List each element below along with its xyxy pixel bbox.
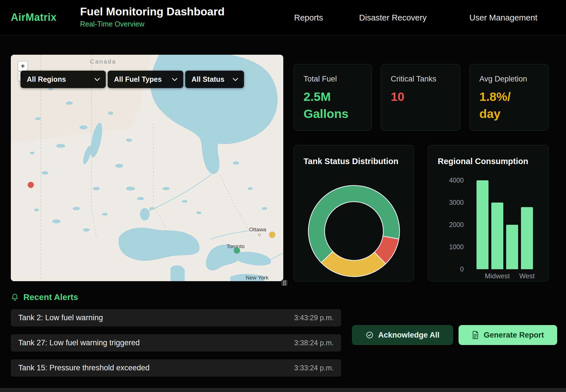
stat-value-line: day <box>479 105 539 122</box>
y-axis-tick: 0 <box>460 266 464 273</box>
donut-chart <box>306 183 402 279</box>
stat-card-avg-depletion: Avg Depletion 1.8%/ day <box>469 64 549 131</box>
document-icon <box>472 331 479 339</box>
bar-chart-y-axis: 01000200030004000 <box>428 180 464 269</box>
title-block: Fuel Monitoring Dashboard Real-Time Over… <box>80 5 225 28</box>
ottawa-town-dot <box>258 234 261 236</box>
stat-value: 2.5M Gallons <box>304 88 362 122</box>
brand-logo[interactable]: AirMatrix <box>11 11 57 23</box>
filter-fuel-types-dropdown[interactable]: All Fuel Types <box>108 71 183 88</box>
alert-row[interactable]: Tank 27: Low fuel warning triggered 3:38… <box>11 334 341 352</box>
filter-status-label: All Status <box>192 75 224 83</box>
acknowledge-all-button[interactable]: Acknowledge All <box>352 325 453 345</box>
bar-1 <box>491 203 503 269</box>
stat-value-line: 2.5M <box>304 88 362 105</box>
page-title: Fuel Monitoring Dashboard <box>80 5 225 18</box>
tank-status-distribution-card: Tank Status Distribution <box>294 145 414 281</box>
bell-icon <box>11 293 19 301</box>
filter-status-dropdown[interactable]: All Status <box>185 71 244 88</box>
filter-fuel-types-label: All Fuel Types <box>114 75 162 83</box>
map-label-ottawa: Ottawa <box>249 226 266 233</box>
stat-value: 10 <box>391 88 450 105</box>
alert-message: Tank 27: Low fuel warning triggered <box>18 338 140 347</box>
y-axis-tick: 1000 <box>449 243 464 251</box>
map-label-canada: Canada <box>90 58 116 65</box>
acknowledge-all-label: Acknowledge All <box>378 331 439 340</box>
stat-card-critical-tanks: Critical Tanks 10 <box>381 64 460 131</box>
recent-alerts-title: Recent Alerts <box>23 292 78 302</box>
chevron-down-icon <box>94 78 100 81</box>
stat-value: 1.8%/ day <box>479 88 539 122</box>
x-axis-label: West <box>519 272 535 280</box>
generate-report-label: Generate Report <box>484 331 544 340</box>
stat-card-total-fuel: Total Fuel 2.5M Gallons <box>294 64 372 131</box>
bar-0 <box>477 180 488 269</box>
x-axis-label: Midwest <box>485 272 510 280</box>
resize-handle[interactable] <box>281 280 288 286</box>
bar-chart-plot: MidwestWest <box>468 180 545 269</box>
nav-disaster-recovery[interactable]: Disaster Recovery <box>359 0 427 35</box>
regional-consumption-card: Regional Consumption 01000200030004000 M… <box>428 145 549 281</box>
map-label-new-york: New York <box>246 275 268 281</box>
chart-title: Regional Consumption <box>438 157 528 166</box>
alert-timestamp: 3:38:24 p.m. <box>294 339 334 347</box>
alert-row[interactable]: Tank 15: Pressure threshold exceeded 3:3… <box>11 359 341 377</box>
alert-message: Tank 2: Low fuel warning <box>18 313 103 322</box>
recent-alerts-heading: Recent Alerts <box>11 292 78 302</box>
chart-title: Tank Status Distribution <box>304 157 398 166</box>
nav-user-management[interactable]: User Management <box>469 0 538 35</box>
stat-label: Avg Depletion <box>479 75 539 83</box>
map-marker-critical[interactable] <box>28 182 34 188</box>
stat-label: Total Fuel <box>304 75 362 83</box>
bar-3 <box>521 207 533 269</box>
map-marker-normal[interactable] <box>234 248 240 254</box>
fuel-monitoring-dashboard: AirMatrix Fuel Monitoring Dashboard Real… <box>0 0 566 392</box>
map-marker-warning[interactable] <box>269 232 275 238</box>
y-axis-tick: 3000 <box>449 199 464 207</box>
chevron-down-icon <box>233 78 238 81</box>
filter-regions-dropdown[interactable]: All Regions <box>21 71 106 88</box>
check-circle-icon <box>366 331 374 339</box>
y-axis-tick: 4000 <box>449 177 464 184</box>
generate-report-button[interactable]: Generate Report <box>459 325 557 345</box>
alert-timestamp: 3:43:29 p.m. <box>294 314 334 322</box>
stat-value-line: 1.8%/ <box>479 88 539 105</box>
header: AirMatrix Fuel Monitoring Dashboard Real… <box>0 0 566 35</box>
map-panel[interactable]: + − All Regions All Fuel Types All Statu… <box>11 55 283 281</box>
filter-regions-label: All Regions <box>27 75 66 83</box>
y-axis-tick: 2000 <box>449 221 464 229</box>
alert-row[interactable]: Tank 2: Low fuel warning 3:43:29 p.m. <box>11 309 341 326</box>
donut-segment-warning <box>321 252 386 277</box>
stat-label: Critical Tanks <box>391 75 450 83</box>
alert-message: Tank 15: Pressure threshold exceeded <box>18 364 150 372</box>
bar-2 <box>506 225 518 269</box>
bottom-strip <box>0 388 566 392</box>
map-filter-bar: All Regions All Fuel Types All Status <box>21 71 244 88</box>
chevron-down-icon <box>172 78 178 81</box>
page-subtitle: Real-Time Overview <box>80 20 225 28</box>
stat-value-line: 10 <box>391 88 450 105</box>
nav-reports[interactable]: Reports <box>294 0 323 35</box>
alert-timestamp: 3:33:24 p.m. <box>294 364 334 372</box>
map-zoom-in-button[interactable]: + <box>18 61 28 71</box>
stat-value-line: Gallons <box>304 105 362 122</box>
